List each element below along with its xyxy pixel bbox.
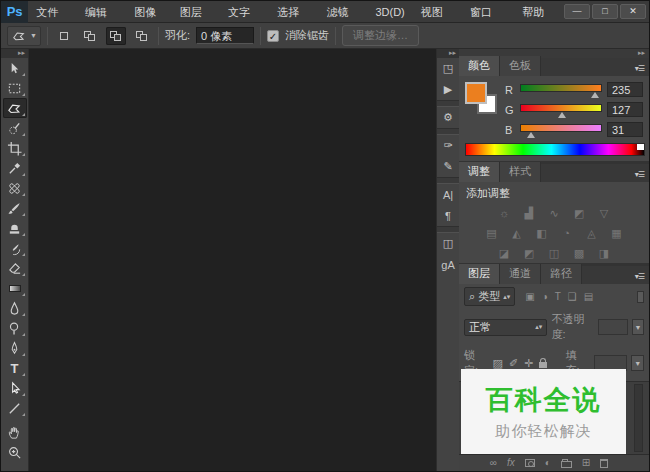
menu-type[interactable]: 文字(Y) xyxy=(220,1,269,23)
eraser-tool[interactable] xyxy=(3,258,27,278)
layer-comps-panel-icon[interactable]: ◫ xyxy=(438,233,459,254)
lock-position-icon[interactable]: ✛ xyxy=(524,357,533,370)
red-value-input[interactable]: 235 xyxy=(607,82,643,97)
menu-edit[interactable]: 编辑(E) xyxy=(77,1,126,23)
tab-color[interactable]: 颜色 xyxy=(459,56,500,76)
foreground-color-swatch[interactable] xyxy=(465,82,487,104)
smudge-tool[interactable] xyxy=(3,298,27,318)
layer-list[interactable]: 百科全说 助你轻松解决 xyxy=(459,381,649,454)
filter-type-layers-icon[interactable]: T xyxy=(555,291,561,302)
close-button[interactable]: ✕ xyxy=(620,4,646,19)
filter-smart-objects-icon[interactable]: ▤ xyxy=(584,291,593,302)
exposure-icon[interactable]: ◩ xyxy=(571,206,587,220)
color-balance-icon[interactable]: ◭ xyxy=(509,226,525,240)
character-styles-panel-icon[interactable]: gA xyxy=(438,254,459,275)
menu-3d[interactable]: 3D(D) xyxy=(367,1,412,23)
lock-all-icon[interactable] xyxy=(539,362,547,368)
levels-icon[interactable]: ▟ xyxy=(521,206,537,220)
history-brush-tool[interactable] xyxy=(3,238,27,258)
scrollbar[interactable] xyxy=(634,384,643,452)
crop-tool[interactable] xyxy=(3,138,27,158)
photo-filter-icon[interactable]: ◔ xyxy=(559,226,575,240)
invert-icon[interactable]: ◪ xyxy=(496,246,512,260)
dodge-tool[interactable] xyxy=(3,318,27,338)
brightness-contrast-icon[interactable]: ☼ xyxy=(496,206,512,220)
strip-collapse-icon[interactable]: ▸▸ xyxy=(437,49,459,58)
tab-channels[interactable]: 通道 xyxy=(500,264,541,284)
opacity-input[interactable] xyxy=(598,319,629,335)
panel-menu-icon[interactable]: ▾☰ xyxy=(630,272,649,284)
new-selection-button[interactable] xyxy=(54,27,74,45)
filter-adjustment-layers-icon[interactable]: ◑ xyxy=(542,291,548,302)
brush-panel-icon[interactable]: ✑ xyxy=(438,135,459,156)
color-spectrum-ramp[interactable] xyxy=(465,143,645,156)
maximize-button[interactable]: □ xyxy=(592,4,618,19)
marquee-tool[interactable] xyxy=(3,78,27,98)
menu-window[interactable]: 窗口(W) xyxy=(462,1,514,23)
line-tool[interactable] xyxy=(3,398,27,418)
opacity-dropdown-button[interactable]: ▼ xyxy=(632,319,644,335)
antialias-checkbox[interactable]: ✓ xyxy=(267,30,279,42)
tab-adjustments[interactable]: 调整 xyxy=(459,162,500,182)
brush-tool[interactable] xyxy=(3,198,27,218)
color-lookup-icon[interactable]: ▦ xyxy=(609,226,625,240)
blue-value-input[interactable]: 31 xyxy=(607,122,643,137)
tab-swatches[interactable]: 色板 xyxy=(500,56,541,76)
history-panel-icon[interactable]: ◳ xyxy=(438,58,459,79)
subtract-selection-button[interactable] xyxy=(106,27,126,45)
layer-style-icon[interactable]: fx xyxy=(507,458,515,468)
channel-mixer-icon[interactable]: ◬ xyxy=(584,226,600,240)
minimize-button[interactable]: — xyxy=(564,4,590,19)
red-slider-thumb[interactable] xyxy=(591,92,599,98)
path-selection-tool[interactable] xyxy=(3,378,27,398)
menu-image[interactable]: 图像(I) xyxy=(126,1,171,23)
selective-color-icon[interactable]: ◨ xyxy=(596,246,612,260)
gradient-map-icon[interactable]: ▩ xyxy=(571,246,587,260)
new-group-icon[interactable] xyxy=(561,461,572,468)
threshold-icon[interactable]: ◫ xyxy=(546,246,562,260)
filter-shape-layers-icon[interactable]: ❑ xyxy=(568,291,577,302)
blend-mode-select[interactable]: 正常 ▴▾ xyxy=(464,319,547,336)
panel-menu-icon[interactable]: ▾☰ xyxy=(630,170,649,182)
character-panel-icon[interactable]: A| xyxy=(438,184,459,205)
toolbar-collapse-icon[interactable]: ▸▸ xyxy=(1,49,28,58)
tool-preset-picker[interactable]: ▼ xyxy=(7,26,41,46)
menu-help[interactable]: 帮助(H) xyxy=(514,1,564,23)
pen-tool[interactable] xyxy=(3,338,27,358)
quick-selection-tool[interactable] xyxy=(3,118,27,138)
actions-panel-icon[interactable]: ▶ xyxy=(438,79,459,100)
menu-layer[interactable]: 图层(L) xyxy=(172,1,220,23)
tab-layers[interactable]: 图层 xyxy=(459,264,500,284)
curves-icon[interactable]: ∿ xyxy=(546,206,562,220)
clone-source-panel-icon[interactable]: ✎ xyxy=(438,156,459,177)
clone-stamp-tool[interactable] xyxy=(3,218,27,238)
filter-pixel-layers-icon[interactable]: ▣ xyxy=(525,291,534,302)
intersect-selection-button[interactable] xyxy=(132,27,152,45)
layer-filter-toggle[interactable] xyxy=(637,291,644,303)
black-white-icon[interactable]: ◧ xyxy=(534,226,550,240)
lock-transparency-icon[interactable]: ▨ xyxy=(493,357,503,370)
blue-slider[interactable] xyxy=(520,123,602,137)
properties-panel-icon[interactable]: ⚙ xyxy=(438,107,459,128)
lasso-tool[interactable] xyxy=(3,98,27,118)
add-selection-button[interactable] xyxy=(80,27,100,45)
paragraph-panel-icon[interactable]: ¶ xyxy=(438,205,459,226)
red-slider[interactable] xyxy=(520,83,602,97)
menu-file[interactable]: 文件(F) xyxy=(28,1,77,23)
adjustment-layer-icon[interactable]: ◐ xyxy=(545,458,551,468)
tab-styles[interactable]: 样式 xyxy=(500,162,541,182)
menu-select[interactable]: 选择(S) xyxy=(269,1,318,23)
lock-pixels-icon[interactable]: ✐ xyxy=(509,357,518,370)
move-tool[interactable] xyxy=(3,58,27,78)
type-tool[interactable]: T xyxy=(3,358,27,378)
gradient-tool[interactable] xyxy=(3,278,27,298)
new-layer-icon[interactable]: ⊞ xyxy=(582,458,590,468)
healing-brush-tool[interactable] xyxy=(3,178,27,198)
green-slider-thumb[interactable] xyxy=(558,112,566,118)
link-layers-icon[interactable]: ∞ xyxy=(490,458,497,468)
add-mask-icon[interactable] xyxy=(525,459,535,467)
delete-layer-icon[interactable] xyxy=(600,459,608,468)
blue-slider-thumb[interactable] xyxy=(527,132,535,138)
menu-view[interactable]: 视图(V) xyxy=(413,1,462,23)
posterize-icon[interactable]: ◩ xyxy=(521,246,537,260)
